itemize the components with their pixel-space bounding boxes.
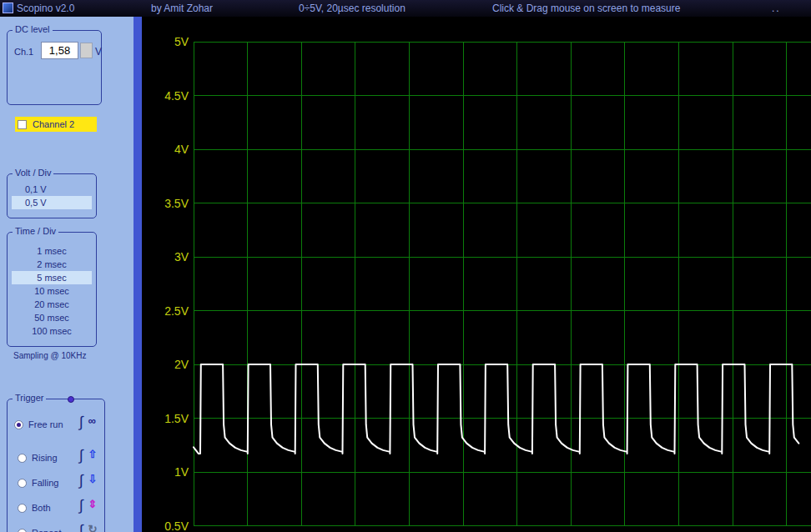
window-controls[interactable]: ..: [772, 0, 781, 17]
time-div-option-2msec[interactable]: 2 msec: [12, 258, 92, 271]
scope-axis-label: 5V: [174, 35, 189, 48]
scope-axis-label: 3.5V: [164, 197, 189, 210]
volt-div-option-01v[interactable]: 0,1 V: [12, 183, 92, 196]
dc-level-group: DC level Ch.1 V: [7, 30, 102, 105]
time-div-option-1msec[interactable]: 1 msec: [12, 244, 92, 258]
time-div-option-50msec[interactable]: 50 msec: [12, 311, 92, 324]
trigger-option-label: Both: [32, 503, 51, 513]
trigger-option-falling[interactable]: Falling ∫ ⇩: [16, 474, 101, 491]
dc-level-group-label: DC level: [13, 24, 53, 34]
volt-div-group: Volt / Div 0,1 V 0,5 V: [7, 173, 97, 218]
sidebar-scope-divider: [133, 17, 142, 532]
dc-level-input[interactable]: [41, 42, 78, 59]
scope-screen[interactable]: 5V4.5V4V3.5V3V2.5V2V1.5V1V0.5V: [142, 17, 811, 532]
trigger-option-repeat[interactable]: Repeat ∫ ↻: [16, 524, 101, 532]
volt-div-option-05v[interactable]: 0,5 V: [12, 196, 92, 209]
time-div-option-5msec[interactable]: 5 msec: [12, 271, 92, 284]
integral-both-edges-icon: ∫ ⇕: [79, 497, 97, 514]
scope-axis-label: 2V: [174, 358, 189, 371]
scope-axis-label: 3V: [174, 250, 189, 263]
time-div-option-10msec[interactable]: 10 msec: [12, 284, 92, 298]
trigger-group-label: Trigger: [13, 393, 46, 403]
integral-falling-arrow-icon: ∫ ⇩: [79, 472, 97, 489]
time-div-group-label: Time / Div: [13, 226, 58, 236]
channel2-label: Channel 2: [33, 119, 74, 129]
radio-icon[interactable]: [18, 529, 27, 532]
time-div-group: Time / Div 1 msec 2 msec 5 msec 10 msec …: [7, 232, 97, 347]
trigger-option-label: Repeat: [32, 528, 61, 532]
trigger-option-label: Free run: [28, 419, 63, 429]
scope-axis-label: 4V: [174, 143, 189, 156]
scope-axis-label: 2.5V: [164, 304, 189, 318]
trigger-option-rising[interactable]: Rising ∫ ⇧: [16, 449, 101, 466]
trigger-option-label: Rising: [32, 453, 58, 463]
titlebar: Scopino v2.0 by Amit Zohar 0÷5V, 20µsec …: [0, 0, 811, 17]
time-div-list: 1 msec 2 msec 5 msec 10 msec 20 msec 50 …: [8, 244, 96, 338]
channel1-label: Ch.1: [14, 47, 33, 57]
scope-axis-label: 4.5V: [164, 89, 189, 103]
radio-icon[interactable]: [18, 504, 27, 513]
time-div-option-20msec[interactable]: 20 msec: [12, 298, 92, 311]
titlebar-author: by Amit Zohar: [151, 0, 213, 17]
channel2-toggle[interactable]: Channel 2: [15, 117, 97, 132]
integral-infinity-icon: ∫ ∞: [79, 414, 96, 431]
scope-canvas: 5V4.5V4V3.5V3V2.5V2V1.5V1V0.5V: [142, 17, 811, 532]
integral-repeat-icon: ∫ ↻: [79, 522, 97, 532]
dc-level-spinner[interactable]: [80, 43, 93, 58]
time-div-option-100msec[interactable]: 100 msec: [12, 324, 92, 338]
volt-div-group-label: Volt / Div: [13, 168, 53, 178]
control-panel: DC level Ch.1 V Channel 2 Volt / Div 0,1…: [0, 17, 133, 532]
trigger-option-free-run[interactable]: Free run ∫ ∞: [13, 416, 101, 433]
window-title: Scopino v2.0: [17, 0, 74, 17]
trigger-option-both[interactable]: Both ∫ ⇕: [16, 499, 101, 516]
radio-icon[interactable]: [18, 454, 27, 463]
dc-level-unit: V: [95, 46, 102, 58]
scope-axis-label: 1.5V: [164, 412, 189, 425]
app-icon[interactable]: [3, 3, 13, 13]
channel2-checkbox[interactable]: [18, 120, 27, 129]
radio-icon[interactable]: [18, 479, 27, 488]
titlebar-resolution: 0÷5V, 20µsec resolution: [299, 0, 406, 17]
waveform-trace: [194, 364, 798, 454]
scope-axis-label: 0.5V: [164, 519, 189, 532]
integral-rising-arrow-icon: ∫ ⇧: [79, 447, 97, 464]
radio-icon[interactable]: [14, 420, 23, 429]
scope-axis-label: 1V: [174, 465, 189, 479]
volt-div-list: 0,1 V 0,5 V: [8, 183, 96, 209]
trigger-group: Trigger Free run ∫ ∞ Rising ∫ ⇧ Falling …: [7, 399, 105, 532]
sampling-rate-note: Sampling @ 10KHz: [13, 351, 86, 360]
trigger-indicator-dot: [68, 396, 74, 403]
titlebar-hint: Click & Drag mouse on screen to measure: [492, 0, 680, 17]
trigger-option-label: Falling: [32, 478, 58, 488]
